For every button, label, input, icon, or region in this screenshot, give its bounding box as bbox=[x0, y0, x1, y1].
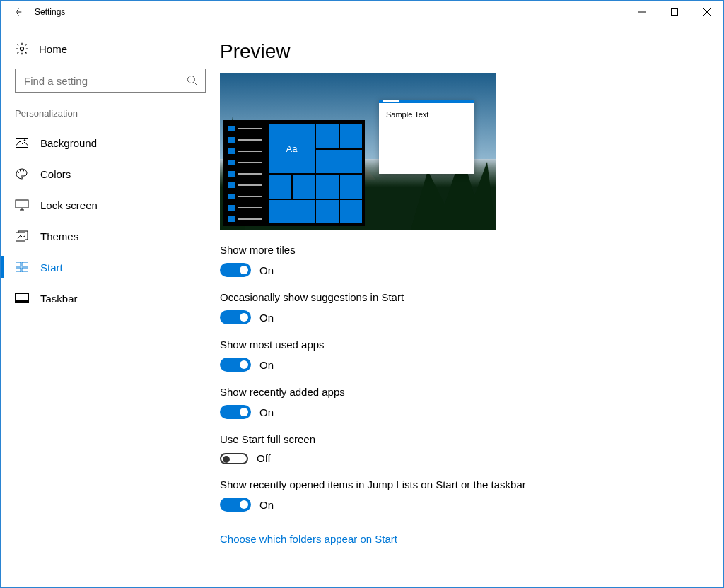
setting-label: Show most used apps bbox=[220, 339, 702, 351]
palette-icon bbox=[15, 167, 29, 181]
svg-rect-1 bbox=[672, 9, 678, 16]
toggle-state: Off bbox=[257, 452, 271, 464]
back-button[interactable] bbox=[1, 1, 35, 23]
preview-window: Sample Text bbox=[379, 100, 474, 174]
search-input[interactable] bbox=[23, 74, 187, 88]
page-heading: Preview bbox=[220, 40, 702, 63]
toggle-most-used[interactable] bbox=[220, 358, 251, 372]
home-nav[interactable]: Home bbox=[8, 37, 213, 69]
sidebar-item-taskbar[interactable]: Taskbar bbox=[8, 283, 213, 314]
toggle-state: On bbox=[259, 406, 274, 418]
svg-line-6 bbox=[194, 83, 198, 86]
sidebar-item-background[interactable]: Background bbox=[8, 127, 213, 158]
toggle-suggestions[interactable] bbox=[220, 310, 251, 324]
svg-rect-18 bbox=[16, 268, 21, 272]
toggle-full-screen[interactable] bbox=[220, 453, 248, 464]
setting-show-more-tiles: Show more tiles On bbox=[220, 244, 702, 277]
svg-point-4 bbox=[21, 47, 24, 51]
svg-point-9 bbox=[18, 172, 19, 173]
sidebar: Home Personalization Background Colors L… bbox=[1, 23, 220, 588]
back-arrow-icon bbox=[13, 8, 22, 16]
svg-point-5 bbox=[188, 76, 195, 83]
setting-label: Show recently opened items in Jump Lists… bbox=[220, 478, 702, 490]
toggle-state: On bbox=[259, 359, 274, 371]
setting-label: Occasionally show suggestions in Start bbox=[220, 291, 702, 303]
sidebar-item-colors[interactable]: Colors bbox=[8, 158, 213, 189]
close-icon bbox=[703, 8, 711, 16]
start-icon bbox=[15, 260, 29, 274]
preview-start-menu: Aa bbox=[223, 120, 365, 226]
maximize-button[interactable] bbox=[658, 1, 691, 23]
setting-label: Show recently added apps bbox=[220, 386, 702, 398]
toggle-recently-added[interactable] bbox=[220, 405, 251, 419]
svg-point-8 bbox=[24, 139, 25, 141]
svg-rect-12 bbox=[16, 200, 28, 208]
window-title: Settings bbox=[35, 7, 65, 17]
setting-most-used: Show most used apps On bbox=[220, 339, 702, 372]
setting-label: Show more tiles bbox=[220, 244, 702, 256]
svg-rect-16 bbox=[16, 262, 21, 266]
sidebar-item-themes[interactable]: Themes bbox=[8, 220, 213, 252]
preview-tile-sample: Aa bbox=[269, 124, 315, 173]
toggle-show-more-tiles[interactable] bbox=[220, 263, 251, 277]
sidebar-item-label: Start bbox=[40, 261, 63, 274]
svg-rect-19 bbox=[22, 268, 28, 272]
setting-jump-lists: Show recently opened items in Jump Lists… bbox=[220, 478, 702, 512]
titlebar: Settings bbox=[1, 1, 723, 23]
setting-suggestions: Occasionally show suggestions in Start O… bbox=[220, 291, 702, 324]
sidebar-item-label: Themes bbox=[40, 230, 78, 242]
sidebar-item-start[interactable]: Start bbox=[8, 252, 213, 283]
toggle-jump-lists[interactable] bbox=[220, 498, 251, 512]
preview-window-text: Sample Text bbox=[379, 103, 474, 126]
home-label: Home bbox=[39, 43, 67, 55]
sidebar-item-label: Lock screen bbox=[40, 199, 98, 211]
sidebar-item-label: Background bbox=[40, 137, 97, 149]
toggle-state: On bbox=[259, 312, 274, 324]
search-box[interactable] bbox=[15, 69, 206, 93]
svg-rect-17 bbox=[22, 262, 28, 266]
choose-folders-link[interactable]: Choose which folders appear on Start bbox=[220, 533, 397, 545]
toggle-state: On bbox=[259, 499, 274, 511]
preview-thumbnail: Aa Sample Text bbox=[220, 73, 496, 230]
gear-icon bbox=[15, 42, 29, 56]
setting-recently-added: Show recently added apps On bbox=[220, 386, 702, 419]
setting-full-screen: Use Start full screen Off bbox=[220, 433, 702, 464]
toggle-state: On bbox=[259, 264, 274, 276]
svg-rect-21 bbox=[16, 300, 29, 303]
picture-icon bbox=[15, 136, 29, 150]
themes-icon bbox=[15, 229, 29, 243]
maximize-icon bbox=[671, 8, 678, 16]
sidebar-item-lock-screen[interactable]: Lock screen bbox=[8, 189, 213, 220]
sidebar-item-label: Colors bbox=[40, 168, 71, 180]
taskbar-icon bbox=[15, 291, 29, 305]
sidebar-item-label: Taskbar bbox=[40, 293, 78, 305]
svg-point-10 bbox=[20, 170, 21, 172]
setting-label: Use Start full screen bbox=[220, 433, 702, 445]
close-button[interactable] bbox=[691, 1, 723, 23]
monitor-icon bbox=[15, 198, 29, 212]
category-label: Personalization bbox=[8, 108, 213, 127]
svg-rect-7 bbox=[16, 139, 28, 148]
main-content: Preview Aa bbox=[220, 23, 723, 588]
minimize-icon bbox=[638, 8, 646, 16]
minimize-button[interactable] bbox=[626, 1, 658, 23]
svg-point-11 bbox=[23, 170, 24, 172]
search-icon bbox=[187, 75, 198, 86]
